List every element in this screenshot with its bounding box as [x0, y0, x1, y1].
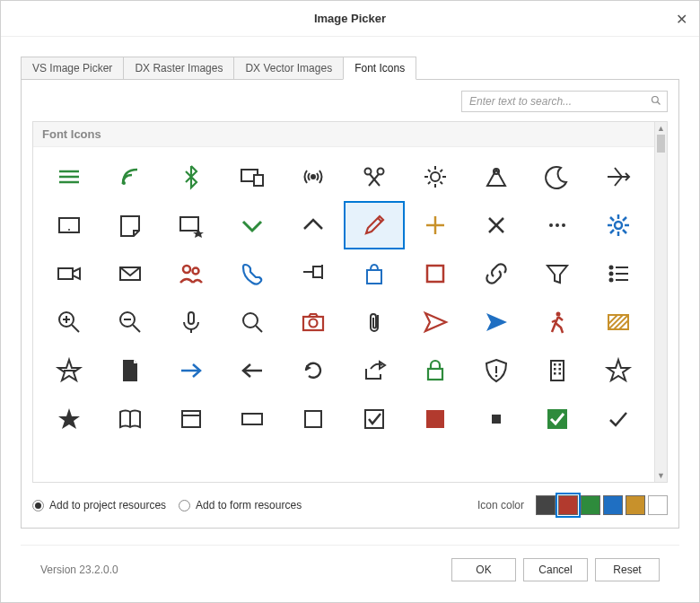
- icon-note[interactable]: [100, 201, 161, 249]
- icon-square-outline[interactable]: [283, 395, 344, 443]
- icon-cut[interactable]: [344, 153, 405, 201]
- swatch-dark[interactable]: [536, 495, 556, 515]
- swatch-white[interactable]: [648, 495, 668, 515]
- version-label: Version 23.2.0.0: [40, 564, 118, 576]
- icon-star-fill[interactable]: [39, 395, 100, 443]
- icon-brightness[interactable]: [405, 153, 466, 201]
- icon-send-outline[interactable]: [405, 298, 466, 346]
- icon-zoom-out[interactable]: [100, 298, 161, 346]
- icon-close[interactable]: [466, 201, 527, 249]
- icon-checkbox[interactable]: [344, 395, 405, 443]
- icon-window[interactable]: [161, 395, 222, 443]
- icon-shield-warning[interactable]: [466, 346, 527, 395]
- reset-button[interactable]: Reset: [595, 558, 660, 581]
- icon-video[interactable]: [39, 249, 100, 298]
- icon-document[interactable]: [100, 346, 161, 395]
- icon-star-outline[interactable]: [588, 346, 649, 395]
- icon-camera[interactable]: [283, 298, 344, 346]
- icon-hatched[interactable]: [588, 298, 649, 346]
- icon-chevron-down[interactable]: [222, 201, 283, 249]
- icon-arrow-right[interactable]: [161, 346, 222, 395]
- icon-people[interactable]: [161, 249, 222, 298]
- swatch-orange[interactable]: [626, 495, 645, 515]
- scroll-thumb[interactable]: [657, 135, 665, 153]
- svg-point-5: [122, 181, 126, 185]
- svg-rect-86: [428, 369, 442, 380]
- icon-stop[interactable]: [466, 395, 527, 443]
- svg-line-21: [441, 170, 443, 172]
- icon-broadcast[interactable]: [283, 153, 344, 201]
- icon-walk[interactable]: [527, 298, 588, 346]
- radio-form-resources[interactable]: Add to form resources: [179, 499, 302, 511]
- footer: Version 23.2.0.0 OK Cancel Reset: [21, 545, 679, 593]
- svg-rect-101: [242, 414, 262, 424]
- icon-phone[interactable]: [222, 249, 283, 298]
- svg-point-35: [615, 222, 622, 229]
- icon-book[interactable]: [100, 395, 161, 443]
- icon-rectangle-wide[interactable]: [222, 395, 283, 443]
- icon-microphone[interactable]: [161, 298, 222, 346]
- icon-bluetooth[interactable]: [161, 153, 222, 201]
- icon-lock[interactable]: [405, 346, 466, 395]
- footer-buttons: OK Cancel Reset: [451, 558, 660, 581]
- ok-button[interactable]: OK: [451, 558, 516, 581]
- icon-chevron-up[interactable]: [283, 201, 344, 249]
- tab-font-icons[interactable]: Font Icons: [343, 57, 416, 80]
- svg-rect-49: [313, 267, 322, 277]
- scroll-down-arrow[interactable]: ▼: [655, 469, 667, 482]
- icon-tablet[interactable]: [39, 201, 100, 249]
- icon-search[interactable]: [222, 298, 283, 346]
- icon-mail[interactable]: [100, 249, 161, 298]
- icon-building[interactable]: [527, 346, 588, 395]
- icon-devices[interactable]: [222, 153, 283, 201]
- svg-point-33: [556, 223, 559, 227]
- icon-star-half[interactable]: [39, 346, 100, 395]
- svg-rect-94: [554, 372, 556, 375]
- icon-moon[interactable]: [527, 153, 588, 201]
- icon-attachment[interactable]: [344, 298, 405, 346]
- svg-rect-99: [182, 411, 200, 427]
- svg-marker-45: [73, 268, 80, 279]
- icon-square-fill[interactable]: [405, 395, 466, 443]
- svg-rect-106: [547, 409, 567, 429]
- icon-link[interactable]: [466, 249, 527, 298]
- swatch-green[interactable]: [581, 495, 600, 515]
- icon-funnel[interactable]: [527, 249, 588, 298]
- icon-share[interactable]: [344, 346, 405, 395]
- icon-send-fill[interactable]: [466, 298, 527, 346]
- icon-wifi[interactable]: [100, 153, 161, 201]
- icon-arrow-left[interactable]: [222, 346, 283, 395]
- icon-list-numbered[interactable]: [588, 249, 649, 298]
- icon-refresh[interactable]: [283, 346, 344, 395]
- icon-map-point[interactable]: [466, 153, 527, 201]
- radio-project-resources[interactable]: Add to project resources: [32, 499, 166, 511]
- svg-line-70: [256, 326, 262, 332]
- icon-shopping-bag[interactable]: [344, 249, 405, 298]
- icon-list-content: Font Icons: [33, 122, 654, 482]
- swatch-blue[interactable]: [603, 495, 623, 515]
- icon-check[interactable]: [588, 395, 649, 443]
- tab-dx-vector-images[interactable]: DX Vector Images: [233, 57, 344, 80]
- icon-pin[interactable]: [283, 249, 344, 298]
- icon-airplane[interactable]: [588, 153, 649, 201]
- scroll-up-arrow[interactable]: ▲: [655, 122, 667, 135]
- scrollbar[interactable]: ▲ ▼: [654, 122, 667, 482]
- icon-gear[interactable]: [588, 201, 649, 249]
- icon-bars[interactable]: [39, 153, 100, 201]
- tab-dx-raster-images[interactable]: DX Raster Images: [123, 57, 234, 80]
- icon-plus[interactable]: [405, 201, 466, 249]
- tab-vs-image-picker[interactable]: VS Image Picker: [21, 57, 124, 80]
- close-button[interactable]: ✕: [663, 1, 699, 37]
- cancel-button[interactable]: Cancel: [523, 558, 588, 581]
- svg-line-19: [441, 182, 443, 185]
- icon-favorite-tablet[interactable]: [161, 201, 222, 249]
- icon-zoom-in[interactable]: [39, 298, 100, 346]
- icon-pencil[interactable]: [344, 201, 405, 249]
- swatch-red[interactable]: [558, 495, 578, 515]
- icon-check-fill[interactable]: [527, 395, 588, 443]
- search-box[interactable]: [461, 91, 668, 112]
- search-input[interactable]: [468, 94, 651, 109]
- icon-square[interactable]: [405, 249, 466, 298]
- svg-point-54: [610, 267, 613, 269]
- icon-more[interactable]: [527, 201, 588, 249]
